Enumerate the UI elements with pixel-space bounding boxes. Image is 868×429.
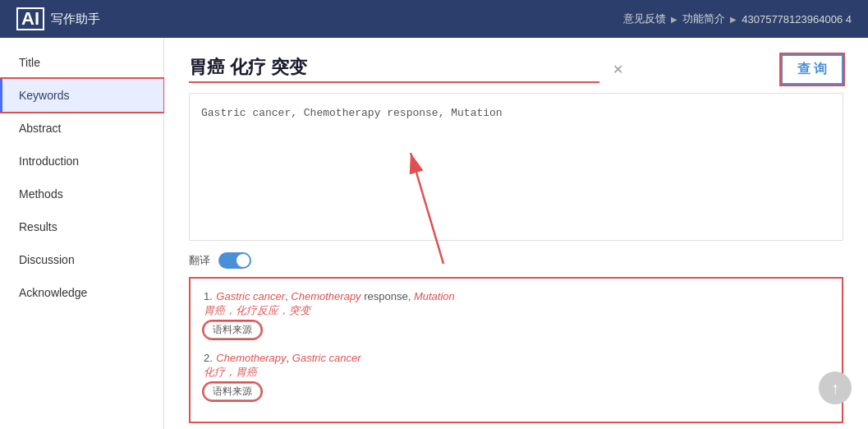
keywords-header: ✕ 查 询	[189, 54, 843, 85]
sidebar-item-results[interactable]: Results	[0, 210, 163, 243]
sidebar-item-title[interactable]: Title	[0, 46, 163, 79]
result-en-italic1-1: Gastric cancer	[216, 290, 285, 302]
logo-ai-icon: AI	[16, 7, 44, 30]
nav-arrow1: ▶	[671, 15, 677, 24]
header-nav: 意见反馈 ▶ 功能简介 ▶ 43075778123964006 4	[623, 12, 852, 26]
result-item-1: 1. Gastric cancer, Chemotherapy response…	[204, 288, 829, 339]
feedback-link[interactable]: 意见反馈	[623, 12, 666, 26]
scroll-up-icon: ↑	[831, 379, 839, 398]
corpus-tag-1[interactable]: 语料来源	[204, 321, 261, 339]
result-en-italic3-1: Mutation	[414, 290, 455, 302]
result-cn-2: 化疗，胃癌	[204, 365, 829, 380]
sidebar-item-acknowledge[interactable]: Acknowledge	[0, 276, 163, 309]
result-number-1: 1.	[204, 290, 213, 302]
result-en-italic2-1: Chemotherapy	[291, 290, 361, 302]
result-en-1: Gastric cancer, Chemotherapy response, M…	[216, 290, 455, 302]
header: AI 写作助手 意见反馈 ▶ 功能简介 ▶ 43075778123964006 …	[0, 0, 868, 38]
scroll-up-button[interactable]: ↑	[819, 371, 852, 404]
features-link[interactable]: 功能简介	[682, 12, 725, 26]
result-en-italic1-2: Chemotherapy	[216, 352, 286, 364]
result-item-2: 2. Chemotherapy, Gastric cancer 化疗，胃癌 语料…	[204, 350, 829, 400]
nav-arrow2: ▶	[730, 15, 737, 24]
clear-button[interactable]: ✕	[608, 60, 628, 79]
content-area: ✕ 查 询 Gastric cancer, Chemotherapy respo…	[164, 38, 868, 429]
main-layout: Title Keywords Abstract Introduction Met…	[0, 38, 868, 429]
keywords-input-row: ✕	[189, 57, 628, 83]
translate-toggle[interactable]	[218, 252, 251, 269]
keywords-main-input[interactable]	[189, 57, 599, 83]
result-number-2: 2.	[204, 352, 213, 364]
result-en-italic2-2: Gastric cancer	[292, 352, 361, 364]
user-id: 43075778123964006 4	[742, 13, 852, 25]
logo-area: AI 写作助手	[16, 7, 100, 30]
sidebar-item-abstract[interactable]: Abstract	[0, 112, 163, 145]
translate-label: 翻译	[189, 253, 210, 268]
translate-row: 翻译	[189, 252, 843, 269]
results-container: 1. Gastric cancer, Chemotherapy response…	[189, 277, 843, 423]
sidebar: Title Keywords Abstract Introduction Met…	[0, 38, 164, 429]
corpus-tag-2[interactable]: 语料来源	[204, 383, 261, 400]
logo-text: 写作助手	[51, 12, 100, 27]
sidebar-item-keywords[interactable]: Keywords	[0, 79, 163, 112]
keywords-textarea[interactable]: Gastric cancer, Chemotherapy response, M…	[189, 93, 843, 241]
query-button[interactable]: 查 询	[781, 54, 843, 85]
sidebar-item-discussion[interactable]: Discussion	[0, 243, 163, 276]
sidebar-item-methods[interactable]: Methods	[0, 178, 163, 210]
result-en-2: Chemotherapy, Gastric cancer	[216, 352, 361, 364]
result-cn-1: 胃癌，化疗反应，突变	[204, 303, 829, 318]
sidebar-item-introduction[interactable]: Introduction	[0, 145, 163, 178]
